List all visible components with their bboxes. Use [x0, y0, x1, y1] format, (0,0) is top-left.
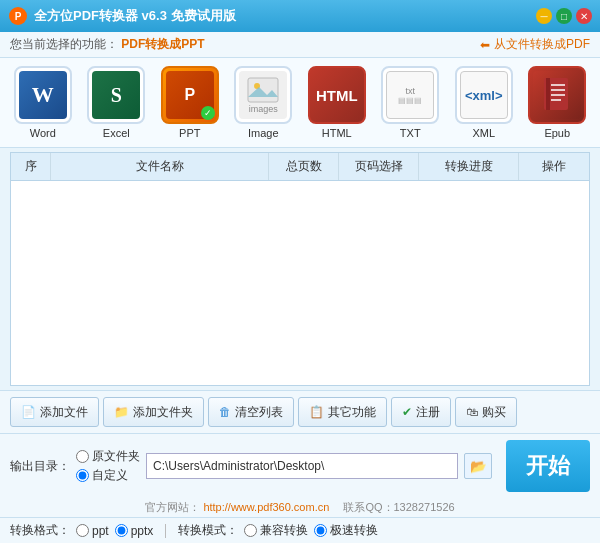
format-label: 转换格式：	[10, 522, 70, 539]
mode-compat-input[interactable]	[244, 524, 257, 537]
add-file-icon: 📄	[21, 405, 36, 419]
website-link[interactable]: http://www.pdf360.com.cn	[203, 501, 329, 513]
tool-ppt-label: PPT	[179, 127, 200, 139]
app-logo: P	[8, 6, 28, 26]
format-ppt-radio[interactable]: ppt	[76, 524, 109, 538]
svg-rect-6	[546, 78, 550, 110]
close-button[interactable]: ✕	[576, 8, 592, 24]
file-table: 序 文件名称 总页数 页码选择 转换进度 操作	[10, 152, 590, 386]
minimize-button[interactable]: ─	[536, 8, 552, 24]
format-ppt-label: ppt	[92, 524, 109, 538]
mode-fast-radio[interactable]: 极速转换	[314, 522, 378, 539]
tool-word-label: Word	[30, 127, 56, 139]
radio-custom-label: 自定义	[92, 467, 128, 484]
add-file-button[interactable]: 📄 添加文件	[10, 397, 99, 427]
register-button[interactable]: ✔ 注册	[391, 397, 451, 427]
bottom-bar: 转换格式： ppt pptx 转换模式： 兼容转换 极速转换	[0, 517, 600, 543]
tool-txt[interactable]: txt ▤▤▤ TXT	[378, 66, 444, 139]
convert-from-file-link[interactable]: ⬅ 从文件转换成PDF	[480, 36, 590, 53]
format-pptx-input[interactable]	[115, 524, 128, 537]
image-icon: images	[239, 71, 287, 119]
radio-original[interactable]: 原文件夹	[76, 448, 140, 465]
add-folder-label: 添加文件夹	[133, 404, 193, 421]
tool-image[interactable]: images Image	[231, 66, 297, 139]
website-label: 官方网站：	[145, 501, 200, 513]
output-path-input[interactable]	[146, 453, 458, 479]
col-pages: 总页数	[269, 153, 339, 180]
register-icon: ✔	[402, 405, 412, 419]
tool-xml[interactable]: <xml> XML	[451, 66, 517, 139]
html-icon: HTML	[313, 71, 361, 119]
clear-list-button[interactable]: 🗑 清空列表	[208, 397, 294, 427]
tool-ppt-icon-box: P ✓	[161, 66, 219, 124]
tool-xml-label: XML	[472, 127, 495, 139]
website-bar: 官方网站： http://www.pdf360.com.cn 联系QQ：1328…	[0, 498, 600, 517]
col-seq: 序	[11, 153, 51, 180]
word-icon: W	[19, 71, 67, 119]
radio-original-label: 原文件夹	[92, 448, 140, 465]
start-button[interactable]: 开始	[506, 440, 590, 492]
current-function-prefix: 您当前选择的功能：	[10, 37, 118, 51]
format-ppt-input[interactable]	[76, 524, 89, 537]
tool-txt-icon-box: txt ▤▤▤	[381, 66, 439, 124]
tool-epub[interactable]: Epub	[525, 66, 591, 139]
add-folder-button[interactable]: 📁 添加文件夹	[103, 397, 204, 427]
tool-excel-label: Excel	[103, 127, 130, 139]
current-function-value: PDF转换成PPT	[121, 37, 204, 51]
add-folder-icon: 📁	[114, 405, 129, 419]
mode-compat-radio[interactable]: 兼容转换	[244, 522, 308, 539]
col-page-select: 页码选择	[339, 153, 419, 180]
qq-info: 联系QQ：1328271526	[332, 501, 454, 513]
add-file-label: 添加文件	[40, 404, 88, 421]
clear-icon: 🗑	[219, 405, 231, 419]
browse-folder-button[interactable]: 📂	[464, 453, 492, 479]
output-dir-label: 输出目录：	[10, 458, 70, 475]
radio-original-input[interactable]	[76, 450, 89, 463]
window-controls: ─ □ ✕	[536, 8, 592, 24]
tool-txt-label: TXT	[400, 127, 421, 139]
col-filename: 文件名称	[51, 153, 269, 180]
tool-word[interactable]: W Word	[10, 66, 76, 139]
tool-word-icon-box: W	[14, 66, 72, 124]
app-title: 全方位PDF转换器 v6.3 免费试用版	[34, 7, 536, 25]
tool-ppt[interactable]: P ✓ PPT	[157, 66, 223, 139]
output-dir-row: 输出目录： 原文件夹 自定义 📂 开始	[0, 434, 600, 498]
radio-custom[interactable]: 自定义	[76, 467, 140, 484]
epub-icon	[533, 71, 581, 119]
current-function-label: 您当前选择的功能： PDF转换成PPT	[10, 36, 205, 53]
xml-icon: <xml>	[460, 71, 508, 119]
excel-icon: S	[92, 71, 140, 119]
other-func-button[interactable]: 📋 其它功能	[298, 397, 387, 427]
active-checkmark: ✓	[201, 106, 215, 120]
tools-row: W Word S Excel P ✓ PPT	[0, 58, 600, 148]
register-label: 注册	[416, 404, 440, 421]
format-pptx-radio[interactable]: pptx	[115, 524, 154, 538]
tool-excel[interactable]: S Excel	[84, 66, 150, 139]
buy-button[interactable]: 🛍 购买	[455, 397, 517, 427]
title-bar: P 全方位PDF转换器 v6.3 免费试用版 ─ □ ✕	[0, 0, 600, 32]
buy-icon: 🛍	[466, 405, 478, 419]
action-bar: 📄 添加文件 📁 添加文件夹 🗑 清空列表 📋 其它功能 ✔ 注册 🛍 购买	[0, 390, 600, 434]
tool-xml-icon-box: <xml>	[455, 66, 513, 124]
tool-html-label: HTML	[322, 127, 352, 139]
top-bar: 您当前选择的功能： PDF转换成PPT ⬅ 从文件转换成PDF	[0, 32, 600, 58]
tool-excel-icon-box: S	[87, 66, 145, 124]
convert-link-text: 从文件转换成PDF	[494, 36, 590, 53]
folder-icon: 📂	[470, 459, 487, 474]
mode-compat-label: 兼容转换	[260, 522, 308, 539]
radio-custom-input[interactable]	[76, 469, 89, 482]
maximize-button[interactable]: □	[556, 8, 572, 24]
mode-fast-label: 极速转换	[330, 522, 378, 539]
table-header: 序 文件名称 总页数 页码选择 转换进度 操作	[11, 153, 589, 181]
mode-label: 转换模式：	[178, 522, 238, 539]
separator-1	[165, 524, 166, 538]
svg-rect-2	[248, 78, 278, 102]
col-action: 操作	[519, 153, 589, 180]
tool-epub-label: Epub	[544, 127, 570, 139]
mode-fast-input[interactable]	[314, 524, 327, 537]
txt-icon: txt ▤▤▤	[386, 71, 434, 119]
main-content: 您当前选择的功能： PDF转换成PPT ⬅ 从文件转换成PDF W Word S…	[0, 32, 600, 543]
tool-image-label: Image	[248, 127, 279, 139]
tool-image-icon-box: images	[234, 66, 292, 124]
tool-html[interactable]: HTML HTML	[304, 66, 370, 139]
